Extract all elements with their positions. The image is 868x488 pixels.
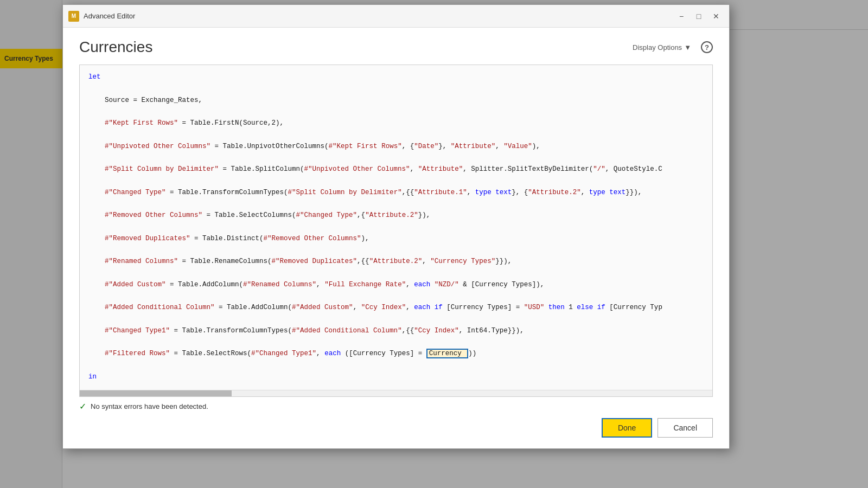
header-right: Display Options ▼ ? bbox=[628, 41, 713, 54]
code-line-8: #"Removed Duplicates" = Table.Distinct(#… bbox=[88, 233, 704, 245]
code-line-4: #"Unpivoted Other Columns" = Table.Unpiv… bbox=[88, 141, 704, 152]
code-line-6: #"Changed Type" = Table.TransformColumnT… bbox=[88, 187, 704, 198]
code-line-7: #"Removed Other Columns" = Table.SelectC… bbox=[88, 210, 704, 221]
code-line-12: #"Changed Type1" = Table.TransformColumn… bbox=[88, 325, 704, 337]
button-row: Done Cancel bbox=[79, 418, 713, 440]
code-line-in: in bbox=[88, 371, 704, 383]
dialog-app-icon: M bbox=[68, 11, 79, 22]
code-line-13: #"Filtered Rows" = Table.SelectRows(#"Ch… bbox=[88, 348, 704, 359]
status-check-icon: ✓ bbox=[79, 401, 86, 412]
code-line-1: let bbox=[88, 72, 704, 83]
done-button[interactable]: Done bbox=[602, 418, 652, 438]
help-button[interactable]: ? bbox=[701, 41, 713, 53]
dialog-header: Currencies Display Options ▼ ? bbox=[79, 38, 713, 56]
titlebar-controls: − □ ✕ bbox=[674, 10, 724, 22]
display-options-button[interactable]: Display Options ▼ bbox=[628, 41, 695, 54]
code-scroll-area[interactable]: let Source = Exchange_Rates, #"Kept Firs… bbox=[80, 65, 712, 390]
dialog-title: Advanced Editor bbox=[84, 12, 669, 20]
dialog-titlebar: M Advanced Editor − □ ✕ bbox=[63, 5, 729, 28]
horizontal-scrollbar[interactable] bbox=[80, 390, 712, 396]
help-icon: ? bbox=[705, 43, 709, 52]
code-line-11: #"Added Conditional Column" = Table.AddC… bbox=[88, 302, 704, 313]
code-editor[interactable]: let Source = Exchange_Rates, #"Kept Firs… bbox=[79, 65, 713, 397]
chevron-down-icon: ▼ bbox=[684, 43, 691, 52]
display-options-label: Display Options bbox=[633, 43, 682, 52]
code-line-5: #"Split Column by Delimiter" = Table.Spl… bbox=[88, 164, 704, 175]
maximize-button[interactable]: □ bbox=[691, 10, 706, 22]
advanced-editor-dialog: M Advanced Editor − □ ✕ Currencies Displ… bbox=[62, 4, 730, 449]
code-line-10: #"Added Custom" = Table.AddColumn(#"Rena… bbox=[88, 279, 704, 291]
code-line-9: #"Renamed Columns" = Table.RenameColumns… bbox=[88, 256, 704, 267]
close-button[interactable]: ✕ bbox=[709, 10, 724, 22]
status-message: No syntax errors have been detected. bbox=[91, 402, 208, 410]
dialog-heading: Currencies bbox=[79, 38, 152, 56]
currency-token-highlight: Currency bbox=[426, 349, 469, 358]
status-bar: ✓ No syntax errors have been detected. bbox=[79, 397, 713, 418]
code-line-3: #"Kept First Rows" = Table.FirstN(Source… bbox=[88, 118, 704, 129]
minimize-button[interactable]: − bbox=[674, 10, 689, 22]
cancel-button[interactable]: Cancel bbox=[658, 418, 713, 438]
code-line-2: Source = Exchange_Rates, bbox=[88, 95, 704, 106]
horizontal-scrollbar-thumb[interactable] bbox=[80, 390, 232, 397]
dialog-content: Currencies Display Options ▼ ? let Sourc… bbox=[63, 28, 729, 448]
